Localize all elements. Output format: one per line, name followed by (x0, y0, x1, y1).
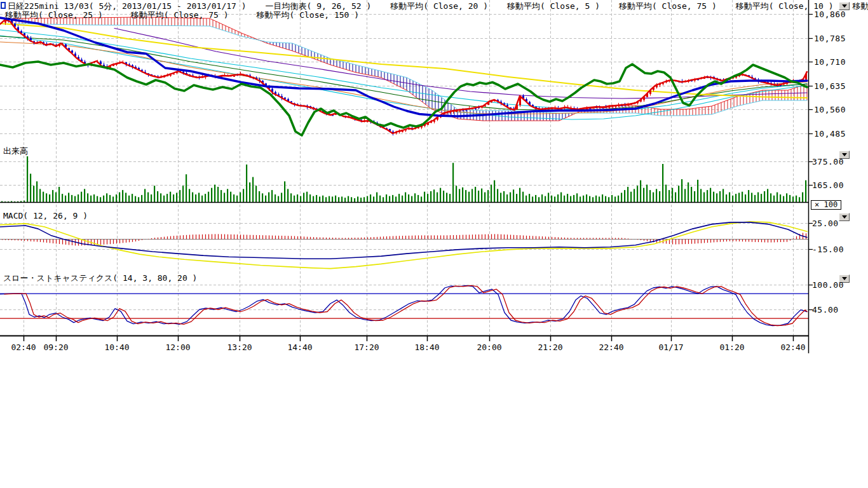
legend-ma40: 移動平均( Close, 40 ) (852, 1, 868, 11)
time-axis-label: 02:40 (11, 342, 36, 352)
legend-ma25: 移動平均( Close, 25 ) (5, 10, 103, 20)
chevron-down-icon (842, 153, 847, 156)
time-axis-label: 13:20 (227, 342, 252, 352)
macd-axis-label: 25.00 (812, 219, 839, 228)
price-axis-label: 10,860 (814, 10, 846, 19)
macd-axis-label: -15.00 (812, 245, 844, 254)
time-axis-label: 09:20 (43, 342, 68, 352)
legend-ma75b: 移動平均( Close, 75 ) (131, 10, 229, 20)
stochastics-panel (0, 285, 808, 325)
time-axis-label: 17:20 (354, 342, 379, 352)
time-axis-label: 01/17 (658, 342, 683, 352)
legend-ma150: 移動平均( Close, 150 ) (257, 10, 360, 20)
volume-axis-label: 375.00 (812, 157, 844, 166)
chart-area[interactable] (0, 0, 868, 488)
time-axis-label: 22:40 (599, 342, 623, 352)
macd-panel (0, 222, 808, 269)
instrument-icon (1, 2, 6, 9)
price-axis-label: 10,710 (814, 57, 846, 67)
stoch-axis-label: 100.00 (812, 280, 844, 290)
stochastics-panel-label: スロー・ストキャスティクス( 14, 3, 80, 20 ) (3, 273, 197, 284)
time-axis-label: 10:40 (104, 342, 129, 352)
volume-multiplier-badge: × 100 (811, 200, 841, 210)
price-axis-label: 10,635 (814, 81, 846, 91)
stoch-axis-label: 45.00 (812, 305, 839, 315)
legend-ma5: 移動平均( Close, 5 ) (507, 1, 600, 11)
time-axis-label: 12:00 (165, 342, 190, 352)
time-axis-label: 02:40 (780, 342, 805, 352)
macd-axis-menu-button[interactable] (839, 213, 850, 221)
price-axis-label: 10,785 (814, 34, 846, 43)
chevron-down-icon (842, 4, 847, 8)
chevron-down-icon (842, 215, 847, 219)
macd-panel-label: MACD( 12, 26, 9 ) (3, 211, 88, 220)
price-axis-label: 10,485 (814, 129, 846, 139)
legend-ma75: 移動平均( Close, 75 ) (619, 1, 717, 11)
indicator-legend-row2: 移動平均( Close, 25 )移動平均( Close, 75 )移動平均( … (5, 10, 387, 21)
price-axis-label: 10,560 (814, 105, 846, 114)
time-axis-label: 20:00 (477, 342, 501, 352)
volume-axis-label: 165.00 (812, 180, 844, 190)
time-axis-label: 14:40 (287, 342, 312, 352)
trading-chart-window: 日経225mini 13/03( 5分, 2013/01/15 - 2013/0… (0, 0, 868, 488)
time-axis-label: 21:20 (538, 342, 562, 352)
time-axis-label: 01:20 (719, 342, 744, 352)
legend-ma20: 移動平均( Close, 20 ) (390, 1, 488, 11)
volume-bars (0, 156, 808, 203)
volume-panel-label: 出来高 (3, 146, 28, 157)
time-axis-label: 18:40 (414, 342, 439, 352)
